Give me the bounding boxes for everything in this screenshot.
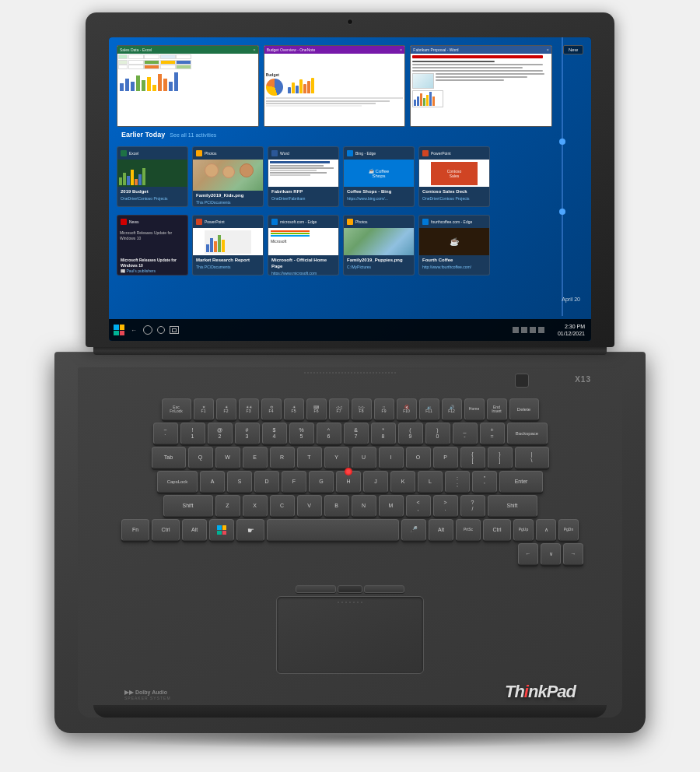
key-f7[interactable]: ◁◁F7 xyxy=(329,398,349,420)
timeline-card-photos[interactable]: Photos Family2019_Kids.png This PC\Docum… xyxy=(192,146,264,207)
key-close-bracket[interactable]: }] xyxy=(488,447,513,468)
timeline-card-ppt2[interactable]: PowerPoint Market R xyxy=(192,215,264,275)
key-p[interactable]: P xyxy=(433,447,458,468)
key-w[interactable]: W xyxy=(215,447,240,468)
key-f8[interactable]: ▷▷F8 xyxy=(352,398,372,420)
key-i[interactable]: I xyxy=(379,447,404,468)
key-z[interactable]: Z xyxy=(215,495,240,517)
key-ctrl-left[interactable]: Ctrl xyxy=(152,519,180,541)
key-r[interactable]: R xyxy=(270,447,295,468)
key-end[interactable]: EndInsert xyxy=(487,398,507,420)
key-n[interactable]: N xyxy=(352,495,376,517)
key-f[interactable]: F xyxy=(282,471,306,493)
key-t[interactable]: T xyxy=(297,447,322,468)
key-x[interactable]: X xyxy=(243,495,268,517)
trackpoint[interactable] xyxy=(345,468,352,475)
key-quote[interactable]: "' xyxy=(472,471,497,493)
key-backtick[interactable]: ~` xyxy=(153,423,178,444)
key-gesture[interactable]: ☛ xyxy=(236,519,264,541)
key-slash[interactable]: ?/ xyxy=(460,495,485,517)
key-1[interactable]: !1 xyxy=(180,423,205,444)
key-7[interactable]: &7 xyxy=(344,423,369,444)
key-u[interactable]: U xyxy=(352,447,376,468)
key-right[interactable]: → xyxy=(563,543,583,565)
key-f6[interactable]: ⌨F6 xyxy=(306,398,327,420)
new-button[interactable]: New xyxy=(563,45,583,54)
key-home[interactable]: Home xyxy=(464,398,485,420)
key-j[interactable]: J xyxy=(363,471,388,493)
onenote-close[interactable]: × xyxy=(400,47,403,52)
key-f2[interactable]: ☀F2 xyxy=(216,398,236,420)
key-0[interactable]: )0 xyxy=(425,423,450,444)
key-period[interactable]: >. xyxy=(433,495,458,517)
key-tab[interactable]: Tab xyxy=(152,447,186,468)
key-6[interactable]: ^6 xyxy=(317,423,341,444)
key-capslock[interactable]: CapsLock xyxy=(157,471,198,493)
back-button[interactable]: ← xyxy=(131,327,137,334)
key-down[interactable]: ∨ xyxy=(541,543,561,565)
key-fn[interactable]: Fn xyxy=(121,519,149,541)
key-esc[interactable]: EscFnLock xyxy=(162,398,191,420)
timeline-card-edge[interactable]: microsoft.com - Edge Microsoft Microsoft… xyxy=(268,215,339,275)
key-prtsc[interactable]: PrtSc xyxy=(456,519,481,541)
key-q[interactable]: Q xyxy=(188,447,213,468)
key-comma[interactable]: <, xyxy=(406,495,431,517)
timeline-card-ppt[interactable]: PowerPoint ContosoSales Contoso Sales De… xyxy=(418,146,490,207)
key-pgdn[interactable]: PgDn xyxy=(558,519,579,541)
key-f12[interactable]: 🔊F12 xyxy=(442,398,462,420)
search-button[interactable] xyxy=(143,325,152,335)
key-semicolon[interactable]: :; xyxy=(445,471,470,493)
key-backspace[interactable]: Backspace xyxy=(507,423,548,444)
key-8[interactable]: *8 xyxy=(371,423,396,444)
task-view-button[interactable] xyxy=(170,326,179,334)
key-windows[interactable] xyxy=(209,519,234,541)
key-o[interactable]: O xyxy=(406,447,431,468)
key-a[interactable]: A xyxy=(200,471,225,493)
fingerprint-sensor[interactable] xyxy=(515,374,529,388)
key-b[interactable]: B xyxy=(324,495,349,517)
key-f10[interactable]: 🔇F10 xyxy=(397,398,417,420)
timeline-card-excel[interactable]: Excel 2019 Budget xyxy=(117,146,188,207)
key-f9[interactable]: □F9 xyxy=(374,398,394,420)
key-f4[interactable]: ⟲F4 xyxy=(261,398,282,420)
key-3[interactable]: #3 xyxy=(235,423,260,444)
key-alt-left[interactable]: Alt xyxy=(182,519,207,541)
key-backslash[interactable]: |\ xyxy=(515,447,549,468)
key-f1[interactable]: ✕F1 xyxy=(194,398,214,420)
key-2[interactable]: @2 xyxy=(208,423,233,444)
key-m[interactable]: M xyxy=(379,495,404,517)
key-g[interactable]: G xyxy=(309,471,334,493)
key-ctrl-right[interactable]: Ctrl xyxy=(483,519,511,541)
cortana-button[interactable] xyxy=(157,326,165,334)
timeline-card-word[interactable]: Word Fabrikam RFP OneDrive\Fab xyxy=(268,146,339,207)
key-alt-right[interactable]: Alt xyxy=(429,519,453,541)
key-e[interactable]: E xyxy=(243,447,268,468)
key-space[interactable] xyxy=(267,519,399,541)
key-shift-left[interactable]: Shift xyxy=(163,495,213,517)
key-open-bracket[interactable]: {[ xyxy=(460,447,485,468)
timeline-card-puppies[interactable]: Photos Family2019_Puppies.png C:\MyPictu… xyxy=(343,215,415,275)
key-pgup[interactable]: PgUp xyxy=(513,519,534,541)
trackpoint-right-btn[interactable] xyxy=(364,585,404,593)
key-enter[interactable]: Enter xyxy=(499,471,543,493)
trackpoint-left-btn[interactable] xyxy=(296,585,336,593)
key-5[interactable]: %5 xyxy=(289,423,314,444)
key-up[interactable]: ∧ xyxy=(536,519,556,541)
key-mic[interactable]: 🎤 xyxy=(401,519,426,541)
key-l[interactable]: L xyxy=(418,471,443,493)
start-button[interactable] xyxy=(114,325,124,335)
key-shift-right[interactable]: Shift xyxy=(488,495,537,517)
trackpoint-middle-btn[interactable] xyxy=(338,585,362,593)
touchpad[interactable] xyxy=(276,596,424,674)
key-d[interactable]: D xyxy=(254,471,279,493)
key-f5[interactable]: ☀F5 xyxy=(284,398,304,420)
timeline-card-news[interactable]: News Microsoft Releases Update for Windo… xyxy=(117,215,188,275)
word-window[interactable]: Fabrikam Proposal - Word × xyxy=(410,45,552,127)
timeline-card-fourthcoffee[interactable]: fourthcoffee.com - Edge ☕ Fourth Coffee … xyxy=(418,215,490,275)
key-4[interactable]: $4 xyxy=(262,423,287,444)
key-left[interactable]: ← xyxy=(518,543,538,565)
key-k[interactable]: K xyxy=(390,471,415,493)
key-h[interactable]: H xyxy=(336,471,361,493)
key-f3[interactable]: ☀☀F3 xyxy=(239,398,259,420)
onenote-window[interactable]: Budget Overview - OneNote × Budget xyxy=(264,45,406,127)
